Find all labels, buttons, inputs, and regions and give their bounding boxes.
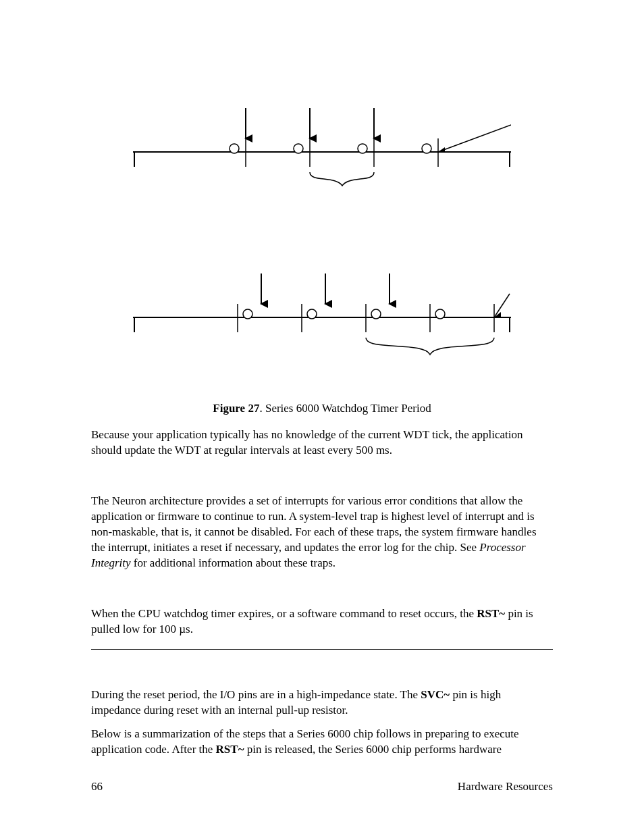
paragraph-svc-highz: During the reset period, the I/O pins ar… [91, 687, 553, 719]
svg-point-26 [435, 309, 445, 319]
page-footer: 66 Hardware Resources [91, 780, 553, 793]
paragraph-traps: The Neuron architecture provides a set o… [91, 494, 553, 571]
figure-area [133, 91, 511, 365]
svg-point-4 [230, 144, 239, 153]
svg-point-8 [358, 144, 367, 153]
brace-icon [366, 338, 494, 355]
text-run: pin is released, the Series 6000 chip pe… [244, 743, 502, 756]
text-run: During the reset period, the I/O pins ar… [91, 688, 421, 701]
rst-pin-label: RST~ [216, 743, 244, 756]
page-number: 66 [91, 780, 103, 793]
svc-pin-label: SVC~ [421, 688, 450, 701]
horizontal-rule [91, 649, 553, 650]
svg-point-24 [371, 309, 381, 319]
figure-caption: Figure 27. Series 6000 Watchdog Timer Pe… [91, 402, 553, 415]
paragraph-wdt-update: Because your application typically has n… [91, 427, 553, 459]
paragraph-rst-low: When the CPU watchdog timer expires, or … [91, 606, 553, 637]
text-run: The Neuron architecture provides a set o… [91, 494, 537, 554]
page: Figure 27. Series 6000 Watchdog Timer Pe… [0, 0, 644, 834]
text-run: for additional information about these t… [131, 556, 336, 569]
spacer [91, 579, 553, 606]
section-title: Hardware Resources [458, 780, 553, 793]
update-arrow-group [246, 108, 374, 138]
brace-icon [310, 172, 374, 186]
svg-point-20 [243, 309, 252, 319]
figure-number: Figure 27 [213, 402, 259, 415]
spacer [91, 467, 553, 494]
timing-diagram-2 [133, 257, 511, 365]
figure-caption-text: . Series 6000 Watchdog Timer Period [259, 402, 431, 415]
svg-point-6 [294, 144, 303, 153]
svg-point-22 [307, 309, 317, 319]
svg-line-32 [494, 294, 510, 317]
spacer [91, 669, 553, 687]
paragraph-summary: Below is a summarization of the steps th… [91, 727, 553, 758]
timing-diagram-1 [133, 91, 511, 192]
rst-pin-label: RST~ [477, 607, 505, 620]
callout-line [438, 125, 511, 152]
svg-point-10 [422, 144, 431, 153]
text-run: When the CPU watchdog timer expires, or … [91, 607, 477, 620]
